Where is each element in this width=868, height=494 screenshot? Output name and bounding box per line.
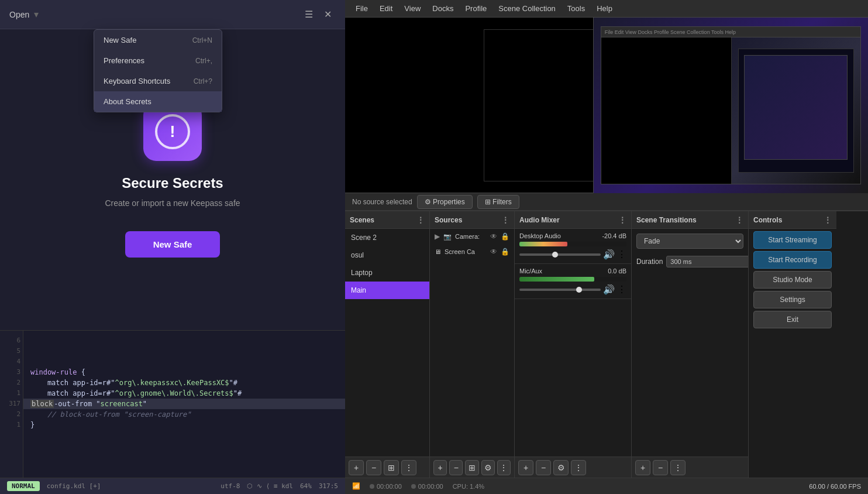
add-scene-button[interactable]: +: [349, 460, 364, 475]
app-icon-inner: !: [155, 114, 190, 149]
controls-header: Controls ⋮: [749, 211, 836, 229]
record-time: 00:00:00: [411, 483, 443, 490]
cpu-usage: CPU: 1.4%: [453, 483, 484, 490]
obs-nested-preview: File Edit View Docks Profile Scene Colle…: [594, 18, 868, 193]
audio-desktop-level: [519, 242, 626, 246]
audio-mic-name: Mic/Aux 0.0 dB: [519, 267, 626, 275]
obs-menu-help[interactable]: Help: [591, 2, 618, 15]
more-source-button[interactable]: ⋮: [497, 460, 511, 475]
exit-button[interactable]: Exit: [753, 311, 832, 328]
controls-menu-icon[interactable]: ⋮: [824, 215, 832, 225]
obs-panel: File Edit View Docks Profile Scene Colle…: [345, 0, 868, 494]
filter-scene-button[interactable]: ⊞: [384, 460, 399, 475]
scenes-menu-icon[interactable]: ⋮: [416, 215, 425, 225]
controls-content: Start Streaming Start Recording Studio M…: [749, 229, 836, 478]
source-item-camera[interactable]: ▶ 📷 Camera: 👁 🔒: [430, 229, 514, 244]
transitions-menu-icon[interactable]: ⋮: [735, 215, 743, 225]
exclamation-icon: !: [170, 122, 175, 141]
audio-mixer-section: Audio Mixer ⋮ Desktop Audio -20.4 dB: [515, 211, 632, 478]
menu-item-keyboard-shortcuts[interactable]: Keyboard Shortcuts Ctrl+?: [94, 71, 222, 91]
remove-source-button[interactable]: −: [449, 460, 463, 475]
audio-desktop-channel: Desktop Audio -20.4 dB 🔊 ⋮: [515, 229, 631, 264]
expand-icon: ▶: [435, 232, 440, 241]
more-transition-button[interactable]: ⋮: [670, 460, 686, 475]
remove-scene-button[interactable]: −: [366, 460, 381, 475]
duration-input[interactable]: [666, 256, 748, 267]
scenes-list: Scene 2 osul Laptop Main: [345, 229, 429, 457]
source-screen-lock[interactable]: 🔒: [501, 248, 509, 256]
obs-menu-tools[interactable]: Tools: [562, 2, 591, 15]
new-safe-button[interactable]: New Safe: [125, 231, 221, 258]
menu-button[interactable]: ☰: [301, 6, 317, 23]
filters-button[interactable]: ⊞ Filters: [477, 195, 519, 209]
obs-menu-view[interactable]: View: [398, 2, 426, 15]
obs-menu-profile[interactable]: Profile: [459, 2, 492, 15]
obs-menu-file[interactable]: File: [350, 2, 374, 15]
scene-item-laptop[interactable]: Laptop: [345, 264, 429, 282]
source-camera-eye[interactable]: 👁: [490, 232, 497, 241]
transitions-footer: + − ⋮: [632, 457, 748, 478]
scene-item-osul[interactable]: osul: [345, 246, 429, 264]
audio-desktop-name: Desktop Audio -20.4 dB: [519, 232, 626, 239]
audio-mic-mute[interactable]: 🔊: [603, 284, 615, 295]
source-screen-eye[interactable]: 👁: [490, 248, 497, 256]
no-source-text: No source selected: [352, 198, 412, 206]
sources-menu-icon[interactable]: ⋮: [501, 215, 509, 225]
source-settings-button[interactable]: ⚙: [481, 460, 495, 475]
menu-item-preferences[interactable]: Preferences Ctrl+,: [94, 50, 222, 71]
start-recording-button[interactable]: Start Recording: [753, 251, 832, 269]
audio-mixer-menu-icon[interactable]: ⋮: [618, 215, 626, 225]
duration-row: Duration ▲: [632, 253, 748, 270]
dropdown-menu: New Safe Ctrl+N Preferences Ctrl+, Keybo…: [94, 29, 222, 112]
studio-mode-button[interactable]: Studio Mode: [753, 271, 832, 289]
add-transition-button[interactable]: +: [635, 460, 650, 475]
transition-type-select[interactable]: Fade: [636, 234, 743, 249]
audio-mic-more[interactable]: ⋮: [617, 284, 626, 295]
properties-button[interactable]: ⚙ Properties: [417, 195, 473, 209]
close-button[interactable]: ✕: [319, 6, 336, 23]
menu-item-about-secrets[interactable]: About Secrets: [94, 91, 222, 112]
obs-preview: File Edit View Docks Profile Scene Colle…: [345, 18, 868, 193]
sources-header: Sources ⋮: [430, 211, 514, 229]
obs-menu-edit[interactable]: Edit: [374, 2, 398, 15]
network-icon: 📶: [352, 482, 360, 490]
controls-section: Controls ⋮ Start Streaming Start Recordi…: [749, 211, 836, 478]
fps-display: 60.00 / 60.00 FPS: [809, 483, 861, 490]
editor-code[interactable]: window-rule { match app-id=r#"^org\.keep…: [23, 331, 345, 478]
network-status: 📶: [352, 482, 360, 490]
audio-mic-slider-row: 🔊 ⋮: [519, 284, 626, 295]
obs-menu-docks[interactable]: Docks: [426, 2, 459, 15]
remove-audio-button[interactable]: −: [536, 460, 551, 475]
audio-desktop-thumb: [552, 252, 558, 258]
scene-item-scene2[interactable]: Scene 2: [345, 229, 429, 246]
obs-menu-scene-collection[interactable]: Scene Collection: [492, 2, 562, 15]
menu-item-new-safe[interactable]: New Safe Ctrl+N: [94, 30, 222, 50]
scene-item-main[interactable]: Main: [345, 282, 429, 299]
more-scene-button[interactable]: ⋮: [401, 460, 416, 475]
stream-dot: [370, 484, 374, 489]
secrets-title: Open: [9, 10, 29, 19]
dropdown-arrow-icon[interactable]: ▾: [34, 9, 39, 20]
source-item-screen[interactable]: 🖥 Screen Ca 👁 🔒: [430, 244, 514, 259]
add-source-button[interactable]: +: [433, 460, 447, 475]
source-camera-lock[interactable]: 🔒: [501, 232, 509, 241]
sources-list: ▶ 📷 Camera: 👁 🔒 🖥 Screen Ca 👁 🔒: [430, 229, 514, 457]
obs-statusbar: 📶 00:00:00 00:00:00 CPU: 1.4% 60.00 / 60…: [345, 478, 868, 494]
audio-mic-slider[interactable]: [519, 289, 601, 291]
audio-desktop-more[interactable]: ⋮: [617, 249, 626, 260]
start-streaming-button[interactable]: Start Streaming: [753, 231, 832, 249]
remove-transition-button[interactable]: −: [653, 460, 668, 475]
settings-button[interactable]: Settings: [753, 291, 832, 308]
audio-desktop-mute[interactable]: 🔊: [603, 249, 615, 260]
more-audio-button[interactable]: ⋮: [571, 460, 586, 475]
sources-section: Sources ⋮ ▶ 📷 Camera: 👁 🔒 🖥 Screen Ca 👁 …: [430, 211, 515, 478]
editor-area: 6 5 4 3 2 1 317 2 1 window-rule { match …: [0, 330, 345, 494]
audio-settings-button[interactable]: ⚙: [553, 460, 569, 475]
filter-source-button[interactable]: ⊞: [465, 460, 478, 475]
scenes-footer: + − ⊞ ⋮: [345, 457, 429, 478]
add-audio-button[interactable]: +: [518, 460, 533, 475]
source-camera-icon: 📷: [443, 233, 452, 241]
editor-encoding: utf-8: [221, 482, 240, 490]
audio-desktop-slider[interactable]: [519, 253, 601, 256]
audio-mic-bar: [519, 277, 594, 282]
